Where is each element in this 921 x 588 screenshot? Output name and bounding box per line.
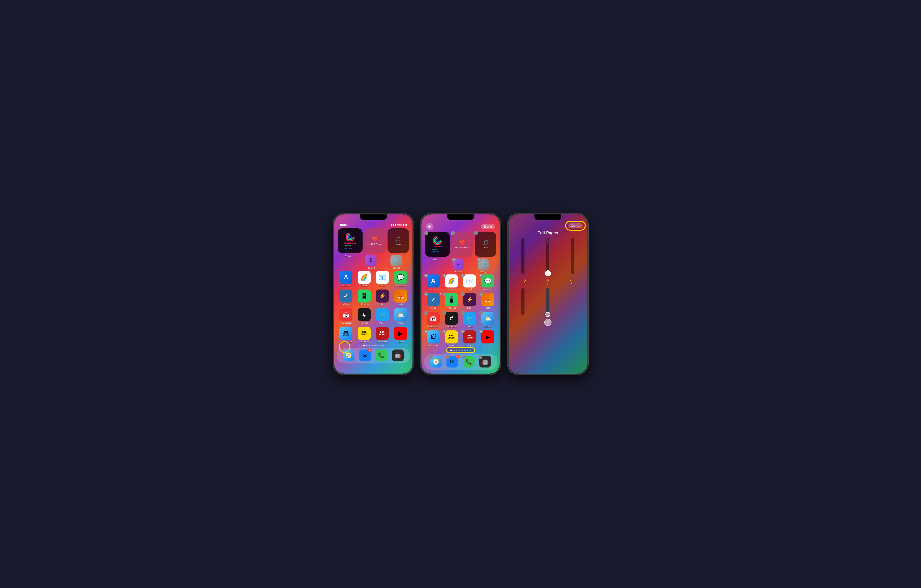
health-widget-1[interactable]: ❤️ Health & Fitness <box>364 228 386 253</box>
gmail-1[interactable]: 📧 Gmail <box>374 271 391 287</box>
photos-1[interactable]: 🌈 Photos <box>356 271 373 287</box>
photos-2[interactable]: − 🌈 Photos <box>443 275 460 291</box>
bbc-news-1[interactable]: BBCNEWS BBC News <box>374 327 391 343</box>
pages-top-row: ✓ <box>509 236 587 274</box>
dot-1-8[interactable] <box>382 344 384 346</box>
dot-1-6[interactable] <box>377 344 378 346</box>
fantastical-2[interactable]: − 📅 Fantastical <box>425 312 441 328</box>
firefox-1[interactable]: 🦊 Firefox <box>392 289 409 305</box>
whatsapp-1[interactable]: 📱 1 WhatsApp <box>356 289 373 305</box>
machash-1[interactable]: # MacHash <box>356 308 373 324</box>
dot-1-active[interactable] <box>363 344 365 346</box>
apple-frames-minus-2[interactable]: − <box>424 330 428 333</box>
bbc-news-minus-2[interactable]: − <box>460 330 465 333</box>
weather-minus-2[interactable]: − <box>479 311 483 315</box>
dot-1-7[interactable] <box>380 344 381 346</box>
firefox-minus-2[interactable]: − <box>479 292 483 296</box>
messages-minus-2[interactable]: − <box>479 273 483 278</box>
youtube-1[interactable]: ▶ YouTube <box>392 327 409 343</box>
mail-badge-2: 16 <box>455 355 459 358</box>
things-badge-1: 3 <box>352 289 355 292</box>
mango-minus-dock-2[interactable]: − <box>478 355 482 359</box>
done-button-2[interactable]: Done <box>481 224 495 229</box>
app-store-2[interactable]: − A App Store <box>425 275 441 291</box>
dot-1-3[interactable] <box>369 344 370 346</box>
signal-icon: ▌▌ <box>393 224 396 226</box>
phone-dock-2[interactable]: − 📞 <box>463 356 475 367</box>
whatsapp-minus-2[interactable]: − <box>443 292 446 296</box>
things-icon-2: ✓ <box>427 293 440 306</box>
podcasts-app-1[interactable]: 🎙 Podcasts <box>365 255 376 269</box>
fitness-widget-2[interactable]: − 129/440KCAL 2/30MIN 5/12HRS <box>425 232 450 257</box>
twitter-1[interactable]: 🐦 Twitter <box>374 308 391 324</box>
weather-2[interactable]: − ⛅ Weather <box>480 312 496 328</box>
weather-1[interactable]: ⛅ Weather <box>392 308 409 324</box>
photos-minus-2[interactable]: − <box>443 273 446 278</box>
mail-dock-2[interactable]: − ✉ 16 <box>446 356 458 367</box>
youtube-minus-2[interactable]: − <box>479 330 483 333</box>
health-minus-btn[interactable]: − <box>451 231 455 235</box>
music-minus-btn[interactable]: − <box>474 231 478 235</box>
mail-dock-1[interactable]: ✉ 16 <box>359 349 371 361</box>
twitter-icon-1: 🐦 <box>376 308 389 321</box>
dot-1-2[interactable] <box>366 344 368 346</box>
bbc-news-2[interactable]: − BBCNEWS BBC News <box>462 330 478 346</box>
mango-dock-2[interactable]: − 🤖 <box>479 356 491 367</box>
apple-frames-2[interactable]: − 🖼 Apple Frames <box>425 330 441 346</box>
gmail-minus-2[interactable]: − <box>460 273 465 278</box>
messages-1[interactable]: 💬 Messages <box>392 271 409 287</box>
things-1[interactable]: ✓ 3 Things <box>338 289 354 305</box>
youtube-2[interactable]: − ▶ YouTube <box>480 330 496 346</box>
podcasts-app-2[interactable]: − 🎙 Podcasts <box>452 258 464 273</box>
music-widget-2[interactable]: − 🎵 Music <box>475 232 496 257</box>
page-thumb-1[interactable]: ✓ <box>511 238 535 274</box>
bbc-sport-1[interactable]: BBCSPORT BBC Sport <box>356 327 373 343</box>
page-thumb-5[interactable] <box>536 288 559 315</box>
app-store-minus-2[interactable]: − <box>424 273 428 278</box>
slack-2[interactable]: − ⚡ Slack <box>462 293 478 309</box>
bottom-check-circle[interactable]: ✓ <box>544 319 552 326</box>
edit-pages-title: Edit Pages <box>509 229 587 236</box>
fitness-widget-1[interactable]: 129/440KCAL 2/30MIN 5/12HRS <box>338 228 363 253</box>
page-thumb-3[interactable]: ✓ <box>561 238 584 274</box>
settings-app-1[interactable]: ⚙️ Settings <box>391 255 402 269</box>
slack-minus-2[interactable]: − <box>460 292 465 296</box>
health-widget-2[interactable]: − ❤️ Health & Fitness <box>452 232 473 257</box>
fantastical-1[interactable]: 📅 Fantastical <box>338 308 354 324</box>
twitter-2[interactable]: − 🐦 Twitter <box>462 312 478 328</box>
messages-2[interactable]: − 💬 Messages <box>480 275 496 291</box>
safari-minus-dock-2[interactable]: − <box>429 355 433 359</box>
gmail-2[interactable]: − 📧 Gmail <box>462 275 478 291</box>
machash-minus-2[interactable]: − <box>443 311 446 315</box>
firefox-2[interactable]: − 🦊 Firefox <box>480 293 496 309</box>
phone-3-screen: Done Edit Pages <box>509 214 587 374</box>
machash-2[interactable]: − # MacHash <box>443 312 460 328</box>
app-store-1[interactable]: A App Store <box>338 271 354 287</box>
svg-point-2 <box>348 235 352 239</box>
whatsapp-2[interactable]: − 📱 1 WhatsApp <box>443 293 460 309</box>
fantastical-minus-2[interactable]: − <box>424 311 428 315</box>
things-minus-2[interactable]: − <box>424 292 428 296</box>
bbc-sport-2[interactable]: − BBCSPORT BBC Sport <box>443 330 460 346</box>
fitness-app-1[interactable]: Fitness <box>345 255 351 269</box>
dot-1-5[interactable] <box>374 344 376 346</box>
page-thumb-2[interactable]: ✓ <box>536 238 559 274</box>
add-page-button[interactable]: + <box>426 223 433 230</box>
mail-minus-dock-2[interactable]: − <box>446 355 449 359</box>
things-2[interactable]: − ✓ 3 Things <box>425 293 441 309</box>
fitness-minus-btn[interactable]: − <box>424 231 428 235</box>
dot-1-4[interactable] <box>371 344 373 346</box>
slack-1[interactable]: ⚡ Slack <box>374 289 391 305</box>
phone-2-screen: + Done − 129/440KCAL 2/30MIN 5/12HRS <box>421 214 500 374</box>
twitter-minus-2[interactable]: − <box>460 311 465 315</box>
bbc-sport-minus-2[interactable]: − <box>443 330 446 333</box>
podcasts-minus-btn[interactable]: − <box>452 258 456 262</box>
phone-dock-1[interactable]: 📞 <box>376 349 387 361</box>
settings-app-2[interactable]: − ⚙️ Settings <box>478 258 489 273</box>
mango-dock-1[interactable]: 🤖 <box>392 349 404 361</box>
apple-frames-1[interactable]: 🖼 Apple Frames <box>338 327 354 343</box>
safari-dock-2[interactable]: − 🧭 <box>430 356 442 367</box>
page-thumb-4[interactable] <box>511 288 535 315</box>
music-widget-1[interactable]: 🎵 Music <box>387 228 409 253</box>
phone-minus-dock-2[interactable]: − <box>462 355 466 359</box>
